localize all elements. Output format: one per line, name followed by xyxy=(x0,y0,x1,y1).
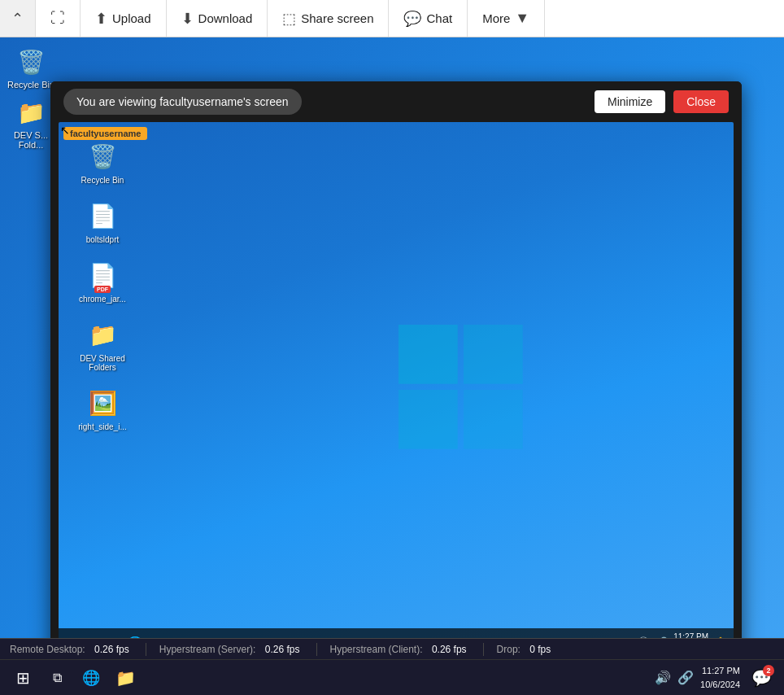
inner-recycle-bin[interactable]: 🗑️ Recycle Bin xyxy=(73,138,132,185)
inner-pdf-file[interactable]: 📄 PDF chrome_jar... xyxy=(73,257,132,304)
hyperstream-server-label: Hyperstream (Server): xyxy=(159,644,256,655)
hyperstream-server-value: 0.26 fps xyxy=(265,644,300,655)
outer-taskview-btn[interactable]: ⧉ xyxy=(42,663,72,693)
share-screen-label: Share screen xyxy=(301,11,373,25)
outer-clock: 11:27 PM 10/6/2024 xyxy=(700,664,740,691)
inner-file-bolts[interactable]: 📄 boltsldprt xyxy=(73,198,132,244)
inner-folder-label: DEV Shared Folders xyxy=(73,354,132,372)
outer-volume-icon[interactable]: 🔊 xyxy=(655,670,671,685)
svg-rect-2 xyxy=(399,390,458,449)
svg-rect-1 xyxy=(464,325,523,384)
upload-icon: ⬆ xyxy=(95,10,107,28)
inner-recycle-icon: 🗑️ xyxy=(85,138,120,174)
svg-rect-0 xyxy=(399,325,458,384)
chat-label: Chat xyxy=(426,11,452,25)
outer-edge-btn[interactable]: 🌐 xyxy=(76,663,106,693)
outer-system-tray: 🔊 🔗 11:27 PM 10/6/2024 💬 2 xyxy=(655,663,776,693)
download-btn[interactable]: ⬇ Download xyxy=(167,0,268,37)
upload-label: Upload xyxy=(112,11,151,25)
username-badge: facultyusername xyxy=(63,127,147,140)
svg-rect-3 xyxy=(464,390,523,449)
inner-image-label: right_side_i... xyxy=(78,422,126,431)
chat-notification-badge: 2 xyxy=(763,665,774,676)
outer-recycle-icon: 🗑️ xyxy=(15,46,47,78)
outer-recycle-label: Recycle Bin xyxy=(7,80,54,90)
share-screen-icon: ⬚ xyxy=(282,10,296,28)
outer-date: 10/6/2024 xyxy=(700,678,740,692)
fullscreen-icon: ⛶ xyxy=(50,10,65,27)
toolbar: ⌃ ⛶ ⬆ Upload ⬇ Download ⬚ Share screen 💬… xyxy=(0,0,784,37)
outer-dev-folder[interactable]: 📁 DEV S... Fold... xyxy=(7,96,55,150)
remote-desktop-status: Remote Desktop: 0.26 fps xyxy=(10,644,146,655)
collapse-btn[interactable]: ⌃ xyxy=(0,0,36,37)
chat-icon: 💬 xyxy=(403,10,421,28)
outer-explorer-btn[interactable]: 📁 xyxy=(111,663,140,693)
window-header: You are viewing facultyusername's screen… xyxy=(50,81,742,122)
download-icon: ⬇ xyxy=(181,10,194,28)
outer-taskbar: ⊞ ⧉ 🌐 📁 🔊 🔗 11:27 PM 10/6/2024 💬 2 xyxy=(0,659,784,695)
drop-status: Drop: 0 fps xyxy=(497,644,568,655)
fullscreen-btn[interactable]: ⛶ xyxy=(36,0,81,37)
download-label: Download xyxy=(198,11,253,25)
chevron-up-icon: ⌃ xyxy=(11,10,24,28)
cursor-indicator: ↖ xyxy=(60,124,72,138)
inner-pdf-label: chrome_jar... xyxy=(79,295,126,304)
status-bar: Remote Desktop: 0.26 fps Hyperstream (Se… xyxy=(0,638,784,659)
viewing-label: You are viewing facultyusername's screen xyxy=(63,89,302,115)
outer-folder-label: DEV S... Fold... xyxy=(7,130,55,150)
more-btn[interactable]: More ▼ xyxy=(468,0,545,37)
more-label: More xyxy=(482,11,510,25)
upload-btn[interactable]: ⬆ Upload xyxy=(81,0,167,37)
minimize-button[interactable]: Minimize xyxy=(595,90,665,113)
hyperstream-server-status: Hyperstream (Server): 0.26 fps xyxy=(159,644,316,655)
outer-start-btn[interactable]: ⊞ xyxy=(8,663,37,693)
outer-recycle-bin[interactable]: 🗑️ Recycle Bin xyxy=(7,46,55,90)
outer-network-icon[interactable]: 🔗 xyxy=(677,670,694,685)
outer-desktop: 🗑️ Recycle Bin 📁 DEV S... Fold... You ar… xyxy=(0,37,784,695)
outer-desktop-icons: 🗑️ Recycle Bin 📁 DEV S... Fold... xyxy=(7,46,55,150)
outer-chat-btn[interactable]: 💬 2 xyxy=(747,663,776,693)
window-controls: Minimize Close xyxy=(595,90,729,113)
close-button[interactable]: Close xyxy=(673,90,729,113)
hyperstream-client-value: 0.26 fps xyxy=(432,644,467,655)
inner-image-file[interactable]: 🖼️ right_side_i... xyxy=(73,385,132,431)
remote-desktop-value: 0.26 fps xyxy=(94,644,129,655)
screen-share-window: You are viewing facultyusername's screen… xyxy=(50,81,742,666)
inner-shared-folder[interactable]: 📁 DEV Shared Folders xyxy=(73,317,132,372)
outer-time: 11:27 PM xyxy=(700,664,740,678)
inner-folder-icon: 📁 xyxy=(85,317,120,352)
inner-recycle-label: Recycle Bin xyxy=(81,176,124,185)
inner-screen: facultyusername ↖ 🗑️ Rec xyxy=(59,122,734,658)
chat-btn[interactable]: 💬 Chat xyxy=(389,0,468,37)
outer-folder-icon: 📁 xyxy=(15,96,47,129)
inner-file-icon: 📄 xyxy=(85,198,120,234)
drop-label: Drop: xyxy=(497,644,520,655)
share-screen-btn[interactable]: ⬚ Share screen xyxy=(268,0,389,37)
inner-image-icon: 🖼️ xyxy=(85,385,120,421)
inner-pdf-icon: 📄 PDF xyxy=(85,257,120,293)
hyperstream-client-status: Hyperstream (Client): 0.26 fps xyxy=(330,644,483,655)
inner-desktop-icons: 🗑️ Recycle Bin 📄 boltsldprt 📄 PDF xyxy=(73,138,132,431)
chevron-down-icon: ▼ xyxy=(515,10,529,27)
inner-file-label: boltsldprt xyxy=(86,235,120,244)
hyperstream-client-label: Hyperstream (Client): xyxy=(330,644,423,655)
remote-desktop-label: Remote Desktop: xyxy=(10,644,85,655)
drop-value: 0 fps xyxy=(529,644,551,655)
windows-logo xyxy=(399,325,529,455)
